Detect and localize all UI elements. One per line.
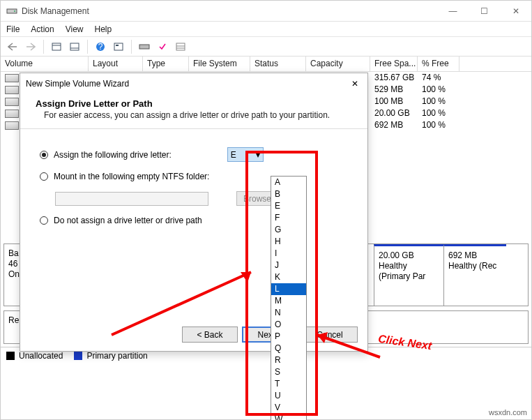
volume-icon [5,74,19,82]
option-mount-label: Mount in the following empty NTFS folder… [54,172,209,181]
combo-value: E [231,150,236,160]
col-filesystem[interactable]: File System [189,57,250,71]
dropdown-option[interactable]: M [271,295,306,307]
unallocated-swatch [6,352,15,360]
svg-rect-2 [52,43,61,50]
option-assign-letter[interactable]: Assign the following drive letter: E ▾ [40,147,348,162]
window-controls: — ☐ ✕ [437,1,531,21]
properties-icon[interactable] [111,39,126,54]
close-button[interactable]: ✕ [500,1,531,21]
svg-rect-11 [176,43,185,50]
svg-rect-4 [70,43,79,50]
volume-icon [5,98,19,106]
view-top-icon[interactable] [49,39,64,54]
radio-selected-icon[interactable] [40,151,48,159]
cancel-button[interactable]: Cancel [302,327,358,343]
svg-rect-8 [114,43,123,50]
dropdown-option[interactable]: O [271,319,306,331]
dropdown-option[interactable]: N [271,307,306,319]
volume-icon [5,110,19,118]
wizard-titlebar: New Simple Volume Wizard ✕ [20,73,367,94]
dropdown-option[interactable]: T [271,378,306,390]
dropdown-option[interactable]: A [271,177,306,188]
wizard-buttons: < Back Next > Cancel [182,327,358,343]
volume-grid-header: Volume Layout Type File System Status Ca… [1,57,531,72]
dropdown-option[interactable]: J [271,260,306,271]
wizard-subheading: For easier access, you can assign a driv… [44,110,352,120]
svg-rect-9 [116,45,119,46]
svg-point-1 [14,10,15,12]
dropdown-option[interactable]: G [271,224,306,236]
menu-help[interactable]: Help [95,24,112,34]
option-assign-label: Assign the following drive letter: [54,150,172,160]
col-type[interactable]: Type [143,57,189,71]
forward-icon[interactable] [23,39,38,54]
drive-letter-combo[interactable]: E ▾ [227,147,264,162]
col-status[interactable]: Status [250,57,306,71]
dropdown-option[interactable]: K [271,271,306,283]
menu-file[interactable]: File [6,24,20,34]
maximize-button[interactable]: ☐ [469,1,500,21]
wizard-body: Assign the following drive letter: E ▾ M… [20,129,367,253]
chevron-down-icon: ▾ [256,150,260,160]
partition-bar[interactable]: 20.00 GB Healthy (Primary Par [374,244,443,306]
partition-bar[interactable]: 692 MB Healthy (Rec [443,244,506,306]
dropdown-option[interactable]: I [271,248,306,260]
col-layout[interactable]: Layout [89,57,143,71]
disk-management-icon [6,6,17,17]
view-bottom-icon[interactable] [67,39,82,54]
legend-primary: Primary partition [86,351,147,361]
dropdown-option[interactable]: Q [271,343,306,354]
check-icon[interactable] [155,39,170,54]
menu-action[interactable]: Action [31,24,54,34]
help-icon[interactable]: ? [93,39,108,54]
menubar: File Action View Help [1,22,531,37]
dropdown-option[interactable]: H [271,236,306,248]
dropdown-option[interactable]: L [271,283,306,295]
volume-icon [5,121,19,130]
wizard-header: Assign Drive Letter or Path For easier a… [20,94,367,129]
legend-unallocated: Unallocated [19,351,63,361]
wizard-title: New Simple Volume Wizard [26,79,129,89]
minimize-button[interactable]: — [437,1,469,21]
radio-unselected-icon[interactable] [40,216,48,225]
dropdown-option[interactable]: U [271,390,306,402]
col-pctfree[interactable]: % Free [418,57,459,71]
dropdown-option[interactable]: S [271,366,306,378]
wizard-heading: Assign Drive Letter or Path [36,98,352,109]
primary-swatch [74,352,82,360]
dropdown-option[interactable]: R [271,354,306,366]
menu-view[interactable]: View [66,24,84,34]
dropdown-option[interactable]: F [271,212,306,224]
list-icon[interactable] [173,39,188,54]
col-freespace[interactable]: Free Spa... [370,57,418,71]
disk-icon[interactable] [137,39,152,54]
col-volume[interactable]: Volume [1,57,89,71]
dropdown-option[interactable]: W [271,414,306,420]
window-title: Disk Management [22,6,437,16]
option-none-label: Do not assign a drive letter or drive pa… [54,216,202,225]
ntfs-folder-input[interactable] [55,192,208,206]
radio-unselected-icon[interactable] [40,172,48,181]
dropdown-option[interactable]: E [271,200,306,212]
titlebar: Disk Management — ☐ ✕ [1,1,531,22]
svg-text:?: ? [98,42,103,52]
drive-letter-dropdown[interactable]: ABEFGHIJKLMNOPQRSTUVWXYZ [271,176,307,420]
volume-icon [5,86,19,94]
dropdown-option[interactable]: V [271,402,306,414]
toolbar: ? [1,37,531,57]
back-icon[interactable] [5,39,20,54]
svg-rect-10 [139,45,149,49]
col-capacity[interactable]: Capacity [306,57,370,71]
dropdown-option[interactable]: P [271,331,306,343]
new-simple-volume-wizard: New Simple Volume Wizard ✕ Assign Drive … [20,73,368,352]
dropdown-option[interactable]: B [271,188,306,200]
close-icon[interactable]: ✕ [348,79,362,89]
watermark: wsxdn.com [489,408,527,417]
back-button[interactable]: < Back [182,327,238,343]
